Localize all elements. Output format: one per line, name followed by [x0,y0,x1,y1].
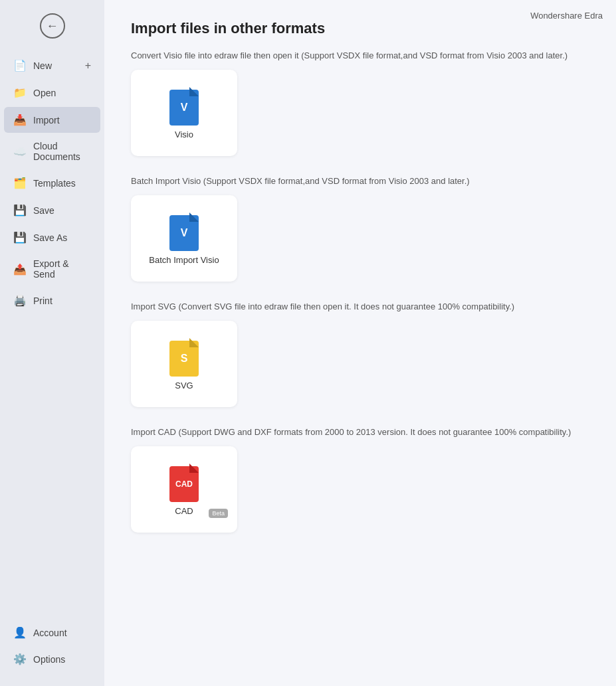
sidebar-item-options[interactable]: ⚙️ Options [4,646,100,672]
options-icon: ⚙️ [13,653,27,665]
svg-icon-letter: S [181,353,188,365]
back-button[interactable]: ← [0,7,104,45]
export-icon: 📤 [13,263,27,276]
sidebar-item-print-label: Print [33,296,52,306]
svg-description: Import SVG (Convert SVG file into edraw … [131,301,589,311]
sidebar-item-open[interactable]: 📁 Open [4,80,100,106]
visio-import-card[interactable]: V Visio [131,70,237,156]
sidebar-item-open-label: Open [33,88,56,98]
new-icon: 📄 [13,59,27,72]
sidebar-item-saveas[interactable]: 💾 Save As [4,224,100,250]
account-icon: 👤 [13,626,27,639]
sidebar-item-import-label: Import [33,115,60,126]
svg-import-card[interactable]: S SVG [131,321,237,407]
sidebar-item-saveas-label: Save As [33,232,67,243]
templates-icon: 🗂️ [13,177,27,189]
sidebar: ← 📄 New + 📁 Open 📥 Import ☁️ Cloud Docum… [0,0,104,686]
app-title: Wondershare Edra [530,11,603,21]
print-icon: 🖨️ [13,294,27,307]
page-title: Import files in other formats [131,20,589,37]
batch-visio-card-label: Batch Import Visio [149,255,219,265]
saveas-icon: 💾 [13,231,27,244]
sidebar-item-cloud[interactable]: ☁️ Cloud Documents [4,134,100,169]
batch-visio-icon-letter: V [181,227,188,239]
sidebar-item-options-label: Options [33,654,65,665]
sidebar-item-save-label: Save [33,205,54,216]
visio-file-icon: V [167,87,201,126]
sidebar-item-export-label: Export & Send [33,258,91,280]
svg-card-label: SVG [175,381,193,390]
cad-description: Import CAD (Support DWG and DXF formats … [131,427,589,437]
sidebar-item-export[interactable]: 📤 Export & Send [4,252,100,286]
main-content: Wondershare Edra Import files in other f… [104,0,616,686]
sidebar-item-account-label: Account [33,628,67,638]
open-icon: 📁 [13,86,27,99]
visio-card-label: Visio [175,129,193,139]
cloud-icon: ☁️ [13,145,27,158]
import-icon: 📥 [13,114,27,126]
sidebar-item-templates[interactable]: 🗂️ Templates [4,170,100,196]
sidebar-item-templates-label: Templates [33,178,76,189]
svg-file-icon: S [167,338,201,377]
cad-icon-letter: CAD [175,479,193,489]
sidebar-item-print[interactable]: 🖨️ Print [4,288,100,313]
batch-visio-import-card[interactable]: V Batch Import Visio [131,195,237,282]
sidebar-bottom: 👤 Account ⚙️ Options [0,619,104,679]
sidebar-item-cloud-label: Cloud Documents [33,141,91,162]
sidebar-item-save[interactable]: 💾 Save [4,197,100,223]
batch-visio-description: Batch Import Visio (Support VSDX file fo… [131,176,589,186]
cad-import-card[interactable]: CAD CAD Beta [131,446,237,533]
sidebar-item-new-label: New [33,60,52,71]
cad-file-icon: CAD [167,464,201,502]
beta-badge: Beta [209,509,228,518]
visio-icon-letter: V [181,102,188,114]
sidebar-item-new[interactable]: 📄 New + [4,52,100,78]
visio-description: Convert Visio file into edraw file then … [131,50,589,60]
batch-visio-file-icon: V [167,213,201,251]
back-circle-icon[interactable]: ← [40,13,65,39]
plus-icon: + [85,60,91,72]
sidebar-item-account[interactable]: 👤 Account [4,620,100,645]
sidebar-item-import[interactable]: 📥 Import [4,107,100,133]
save-icon: 💾 [13,204,27,216]
cad-card-label: CAD [175,506,193,516]
